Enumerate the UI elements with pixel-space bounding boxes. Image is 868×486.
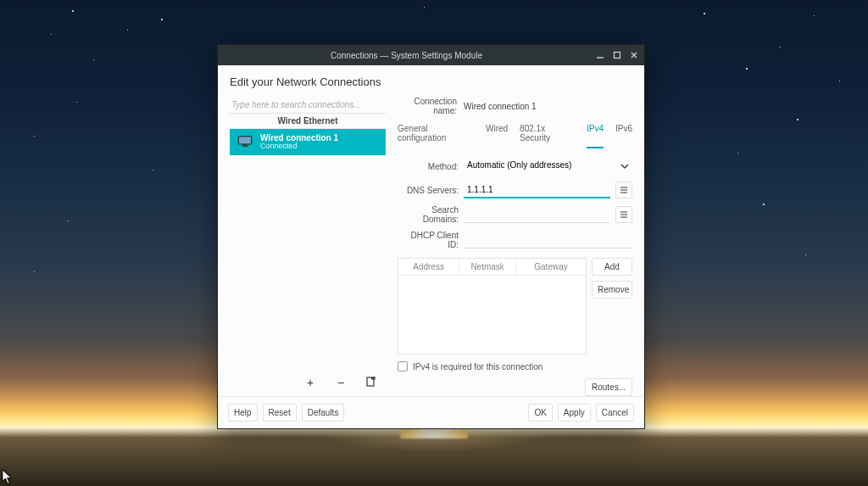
col-gateway: Gateway — [516, 259, 586, 275]
cancel-button[interactable]: Cancel — [596, 404, 634, 422]
search-input[interactable] — [230, 97, 386, 114]
window-title: Connections — System Settings Module — [218, 51, 595, 60]
dialog-footer: Help Reset Defaults OK Apply Cancel — [218, 396, 644, 428]
ok-button[interactable]: OK — [528, 404, 552, 422]
dns-edit-button[interactable] — [615, 182, 632, 198]
svg-rect-6 — [243, 145, 248, 147]
help-button[interactable]: Help — [228, 404, 258, 422]
export-connection-button[interactable] — [365, 376, 377, 389]
connection-item-wired-1[interactable]: Wired connection 1 Connected — [230, 129, 386, 155]
tab-bar: General configuration Wired 802.1x Secur… — [398, 122, 632, 149]
chevron-down-icon[interactable] — [617, 164, 632, 169]
address-table[interactable]: Address Netmask Gateway — [398, 258, 587, 355]
connection-editor: Connection name: Wired connection 1 Gene… — [398, 97, 632, 396]
tab-8021x[interactable]: 802.1x Security — [520, 122, 575, 148]
svg-rect-5 — [239, 137, 251, 144]
ipv4-required-label: IPv4 is required for this connection — [413, 362, 542, 371]
conn-name-value[interactable]: Wired connection 1 — [464, 102, 632, 111]
monitor-icon — [236, 135, 253, 148]
dns-label: DNS Servers: — [398, 186, 459, 195]
tab-general[interactable]: General configuration — [398, 122, 474, 148]
cursor-icon — [2, 469, 14, 484]
conn-name-label: Connection name: — [398, 97, 457, 115]
remove-connection-button[interactable]: − — [335, 376, 347, 389]
col-netmask: Netmask — [459, 259, 516, 275]
dhcp-label: DHCP Client ID: — [398, 231, 459, 249]
search-domains-edit-button[interactable] — [615, 206, 632, 223]
svg-rect-7 — [242, 146, 248, 147]
col-address: Address — [398, 259, 459, 275]
svg-rect-1 — [615, 53, 620, 59]
apply-button[interactable]: Apply — [558, 404, 591, 422]
search-domains-label: Search Domains: — [398, 205, 459, 224]
dhcp-input[interactable] — [464, 232, 632, 249]
minimize-button[interactable] — [595, 50, 605, 60]
dns-input[interactable] — [464, 182, 610, 198]
tab-ipv4[interactable]: IPv4 — [587, 122, 604, 148]
remove-address-button[interactable]: Remove — [592, 281, 632, 299]
routes-button[interactable]: Routes... — [585, 378, 632, 396]
defaults-button[interactable]: Defaults — [302, 404, 345, 422]
add-address-button[interactable]: Add — [592, 258, 632, 276]
search-domains-input[interactable] — [464, 206, 610, 223]
ipv4-required-checkbox[interactable] — [398, 361, 408, 371]
titlebar[interactable]: Connections — System Settings Module — [218, 45, 644, 65]
group-header-wired: Wired Ethernet — [230, 114, 386, 129]
connections-sidebar: Wired Ethernet Wired connection 1 Connec… — [230, 97, 386, 396]
connection-status: Connected — [260, 142, 338, 151]
maximize-button[interactable] — [612, 50, 622, 60]
page-title: Edit your Network Connections — [230, 75, 632, 88]
method-select[interactable]: Automatic (Only addresses) — [464, 158, 617, 175]
tab-ipv6[interactable]: IPv6 — [615, 122, 632, 148]
settings-window: Connections — System Settings Module Edi… — [217, 44, 645, 429]
tab-wired[interactable]: Wired — [486, 122, 508, 148]
close-button[interactable] — [629, 50, 639, 60]
reset-button[interactable]: Reset — [263, 404, 297, 422]
add-connection-button[interactable]: + — [304, 376, 316, 389]
method-label: Method: — [398, 162, 459, 171]
